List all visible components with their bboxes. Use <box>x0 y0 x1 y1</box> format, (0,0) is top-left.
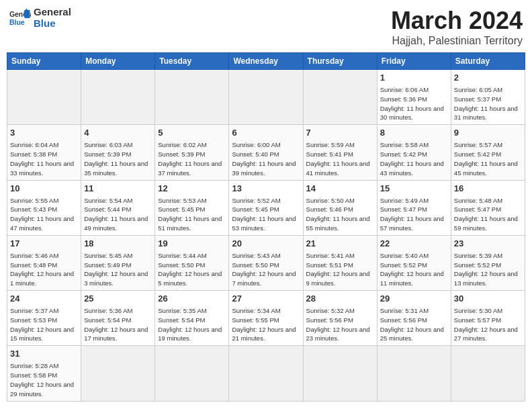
day-number: 24 <box>10 293 78 305</box>
calendar-cell <box>377 346 451 401</box>
day-info: Sunrise: 5:44 AM Sunset: 5:50 PM Dayligh… <box>158 251 226 288</box>
calendar-week-5: 24Sunrise: 5:37 AM Sunset: 5:53 PM Dayli… <box>7 291 525 346</box>
day-number: 15 <box>380 183 448 195</box>
calendar-cell: 7Sunrise: 5:59 AM Sunset: 5:41 PM Daylig… <box>303 125 377 180</box>
calendar-cell: 24Sunrise: 5:37 AM Sunset: 5:53 PM Dayli… <box>7 291 81 346</box>
calendar-cell: 21Sunrise: 5:41 AM Sunset: 5:51 PM Dayli… <box>303 235 377 290</box>
day-number: 29 <box>380 293 448 305</box>
calendar-cell: 13Sunrise: 5:52 AM Sunset: 5:45 PM Dayli… <box>229 180 303 235</box>
calendar-week-1: 1Sunrise: 6:06 AM Sunset: 5:36 PM Daylig… <box>7 70 525 125</box>
logo-blue-text: Blue <box>34 18 71 30</box>
day-info: Sunrise: 5:49 AM Sunset: 5:47 PM Dayligh… <box>380 196 448 233</box>
day-info: Sunrise: 5:43 AM Sunset: 5:50 PM Dayligh… <box>232 251 300 288</box>
calendar-cell: 2Sunrise: 6:05 AM Sunset: 5:37 PM Daylig… <box>451 70 525 125</box>
day-number: 14 <box>306 183 374 195</box>
day-number: 1 <box>380 72 448 84</box>
day-info: Sunrise: 5:57 AM Sunset: 5:42 PM Dayligh… <box>454 140 522 177</box>
day-info: Sunrise: 5:46 AM Sunset: 5:48 PM Dayligh… <box>10 251 78 288</box>
day-info: Sunrise: 5:28 AM Sunset: 5:58 PM Dayligh… <box>10 361 78 398</box>
day-info: Sunrise: 5:37 AM Sunset: 5:53 PM Dayligh… <box>10 306 78 343</box>
svg-text:Blue: Blue <box>9 18 25 26</box>
day-number: 17 <box>10 238 78 250</box>
day-info: Sunrise: 5:35 AM Sunset: 5:54 PM Dayligh… <box>158 306 226 343</box>
day-info: Sunrise: 5:41 AM Sunset: 5:51 PM Dayligh… <box>306 251 374 288</box>
calendar-week-3: 10Sunrise: 5:55 AM Sunset: 5:43 PM Dayli… <box>7 180 525 235</box>
calendar-cell: 20Sunrise: 5:43 AM Sunset: 5:50 PM Dayli… <box>229 235 303 290</box>
day-info: Sunrise: 6:04 AM Sunset: 5:38 PM Dayligh… <box>10 140 78 177</box>
day-info: Sunrise: 5:50 AM Sunset: 5:46 PM Dayligh… <box>306 196 374 233</box>
logo: General Blue General Blue <box>9 7 71 29</box>
day-number: 23 <box>454 238 522 250</box>
month-title: March 2024 <box>391 7 523 35</box>
calendar-cell: 9Sunrise: 5:57 AM Sunset: 5:42 PM Daylig… <box>451 125 525 180</box>
logo-icon: General Blue <box>9 7 31 29</box>
day-number: 4 <box>84 127 152 139</box>
calendar-cell <box>81 346 155 401</box>
calendar-cell: 8Sunrise: 5:58 AM Sunset: 5:42 PM Daylig… <box>377 125 451 180</box>
calendar-cell: 14Sunrise: 5:50 AM Sunset: 5:46 PM Dayli… <box>303 180 377 235</box>
day-number: 13 <box>232 183 300 195</box>
calendar-cell: 11Sunrise: 5:54 AM Sunset: 5:44 PM Dayli… <box>81 180 155 235</box>
calendar-cell: 1Sunrise: 6:06 AM Sunset: 5:36 PM Daylig… <box>377 70 451 125</box>
calendar-cell: 3Sunrise: 6:04 AM Sunset: 5:38 PM Daylig… <box>7 125 81 180</box>
logo-general-text: General <box>34 7 71 18</box>
calendar-cell: 26Sunrise: 5:35 AM Sunset: 5:54 PM Dayli… <box>155 291 229 346</box>
day-number: 16 <box>454 183 522 195</box>
calendar-cell <box>7 70 81 125</box>
column-header-wednesday: Wednesday <box>229 53 303 70</box>
calendar-cell: 27Sunrise: 5:34 AM Sunset: 5:55 PM Dayli… <box>229 291 303 346</box>
calendar-cell: 31Sunrise: 5:28 AM Sunset: 5:58 PM Dayli… <box>7 346 81 401</box>
day-number: 18 <box>84 238 152 250</box>
day-info: Sunrise: 5:52 AM Sunset: 5:45 PM Dayligh… <box>232 196 300 233</box>
calendar-cell: 5Sunrise: 6:02 AM Sunset: 5:39 PM Daylig… <box>155 125 229 180</box>
column-header-saturday: Saturday <box>451 53 525 70</box>
calendar-cell <box>155 70 229 125</box>
day-number: 2 <box>454 72 522 84</box>
day-info: Sunrise: 5:30 AM Sunset: 5:57 PM Dayligh… <box>454 306 522 343</box>
day-number: 7 <box>306 127 374 139</box>
day-info: Sunrise: 5:32 AM Sunset: 5:56 PM Dayligh… <box>306 306 374 343</box>
calendar-cell: 30Sunrise: 5:30 AM Sunset: 5:57 PM Dayli… <box>451 291 525 346</box>
day-info: Sunrise: 5:48 AM Sunset: 5:47 PM Dayligh… <box>454 196 522 233</box>
calendar-cell <box>81 70 155 125</box>
day-number: 26 <box>158 293 226 305</box>
day-number: 21 <box>306 238 374 250</box>
day-number: 31 <box>10 348 78 360</box>
day-number: 3 <box>10 127 78 139</box>
day-info: Sunrise: 6:06 AM Sunset: 5:36 PM Dayligh… <box>380 85 448 122</box>
calendar-cell: 19Sunrise: 5:44 AM Sunset: 5:50 PM Dayli… <box>155 235 229 290</box>
calendar-cell: 15Sunrise: 5:49 AM Sunset: 5:47 PM Dayli… <box>377 180 451 235</box>
calendar-cell: 10Sunrise: 5:55 AM Sunset: 5:43 PM Dayli… <box>7 180 81 235</box>
calendar-cell <box>303 70 377 125</box>
day-info: Sunrise: 5:45 AM Sunset: 5:49 PM Dayligh… <box>84 251 152 288</box>
day-info: Sunrise: 5:59 AM Sunset: 5:41 PM Dayligh… <box>306 140 374 177</box>
day-number: 20 <box>232 238 300 250</box>
day-info: Sunrise: 6:00 AM Sunset: 5:40 PM Dayligh… <box>232 140 300 177</box>
calendar-cell: 28Sunrise: 5:32 AM Sunset: 5:56 PM Dayli… <box>303 291 377 346</box>
column-header-friday: Friday <box>377 53 451 70</box>
day-info: Sunrise: 5:54 AM Sunset: 5:44 PM Dayligh… <box>84 196 152 233</box>
calendar-table: SundayMondayTuesdayWednesdayThursdayFrid… <box>7 52 525 402</box>
day-number: 22 <box>380 238 448 250</box>
calendar-cell <box>451 346 525 401</box>
calendar-cell <box>155 346 229 401</box>
day-number: 10 <box>10 183 78 195</box>
day-info: Sunrise: 5:31 AM Sunset: 5:56 PM Dayligh… <box>380 306 448 343</box>
calendar-cell <box>303 346 377 401</box>
day-number: 19 <box>158 238 226 250</box>
day-number: 12 <box>158 183 226 195</box>
column-header-sunday: Sunday <box>7 53 81 70</box>
calendar-cell: 18Sunrise: 5:45 AM Sunset: 5:49 PM Dayli… <box>81 235 155 290</box>
day-info: Sunrise: 5:58 AM Sunset: 5:42 PM Dayligh… <box>380 140 448 177</box>
day-number: 25 <box>84 293 152 305</box>
calendar-cell: 4Sunrise: 6:03 AM Sunset: 5:39 PM Daylig… <box>81 125 155 180</box>
column-header-monday: Monday <box>81 53 155 70</box>
calendar-cell: 17Sunrise: 5:46 AM Sunset: 5:48 PM Dayli… <box>7 235 81 290</box>
calendar-cell: 23Sunrise: 5:39 AM Sunset: 5:52 PM Dayli… <box>451 235 525 290</box>
calendar-cell: 6Sunrise: 6:00 AM Sunset: 5:40 PM Daylig… <box>229 125 303 180</box>
day-info: Sunrise: 6:05 AM Sunset: 5:37 PM Dayligh… <box>454 85 522 122</box>
day-number: 28 <box>306 293 374 305</box>
calendar-cell: 25Sunrise: 5:36 AM Sunset: 5:54 PM Dayli… <box>81 291 155 346</box>
calendar-cell: 16Sunrise: 5:48 AM Sunset: 5:47 PM Dayli… <box>451 180 525 235</box>
day-number: 5 <box>158 127 226 139</box>
